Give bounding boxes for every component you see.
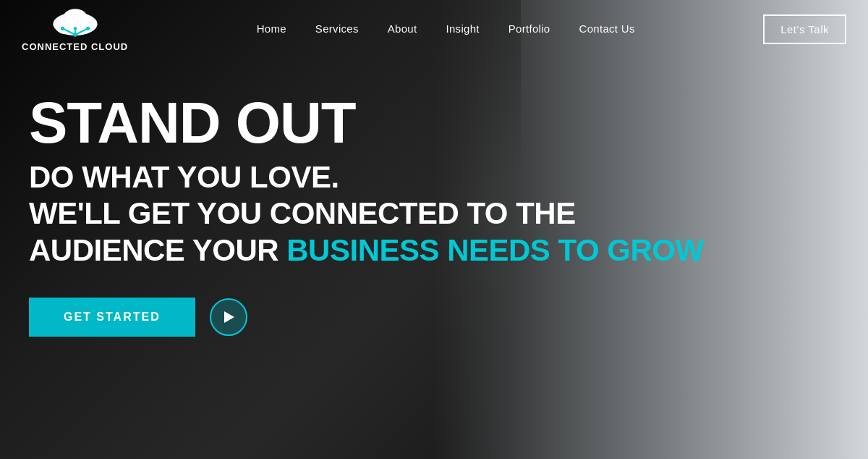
- nav-link-services[interactable]: Services: [301, 22, 373, 35]
- nav-item-portfolio[interactable]: Portfolio: [494, 22, 565, 35]
- nav-link-contact[interactable]: Contact Us: [565, 22, 650, 35]
- play-icon: [224, 311, 234, 323]
- get-started-button[interactable]: GET STARTED: [29, 298, 195, 337]
- svg-point-9: [73, 33, 77, 36]
- hero-highlight: BUSINESS NEEDS TO GROW: [286, 233, 703, 267]
- nav-item-services[interactable]: Services: [301, 22, 373, 35]
- hero-headline-standout: STAND OUT: [29, 94, 704, 152]
- hero-headline-sub: DO WHAT YOU LOVE. WE'LL GET YOU CONNECTE…: [29, 159, 704, 269]
- svg-point-8: [85, 26, 89, 30]
- svg-point-3: [62, 9, 88, 29]
- logo: CONNECTED CLOUD: [22, 6, 128, 53]
- nav-links: Home Services About Insight Portfolio Co…: [242, 22, 650, 35]
- nav-link-about[interactable]: About: [373, 22, 432, 35]
- nav-link-insight[interactable]: Insight: [431, 22, 493, 35]
- logo-icon: [50, 6, 101, 38]
- hero-content: STAND OUT DO WHAT YOU LOVE. WE'LL GET YO…: [29, 94, 704, 337]
- nav-item-home[interactable]: Home: [242, 22, 301, 35]
- play-video-button[interactable]: [210, 298, 247, 336]
- nav-link-home[interactable]: Home: [242, 22, 301, 35]
- logo-text: CONNECTED CLOUD: [22, 41, 128, 53]
- nav-item-about[interactable]: About: [373, 22, 432, 35]
- lets-talk-button[interactable]: Let's Talk: [763, 14, 846, 44]
- hero-line2-part1: WE'LL GET YOU CONNECTED TO THE: [29, 196, 576, 230]
- hero-section: CONNECTED CLOUD Home Services About Insi…: [0, 0, 868, 459]
- svg-point-10: [73, 27, 76, 30]
- nav-item-contact[interactable]: Contact Us: [565, 22, 650, 35]
- svg-point-7: [60, 26, 64, 30]
- hero-line2-part2: AUDIENCE YOUR: [29, 233, 278, 267]
- nav-link-portfolio[interactable]: Portfolio: [494, 22, 565, 35]
- hero-cta-row: GET STARTED: [29, 298, 704, 337]
- nav-item-insight[interactable]: Insight: [431, 22, 493, 35]
- main-nav: CONNECTED CLOUD Home Services About Insi…: [0, 0, 868, 58]
- hero-line1: DO WHAT YOU LOVE.: [29, 160, 339, 194]
